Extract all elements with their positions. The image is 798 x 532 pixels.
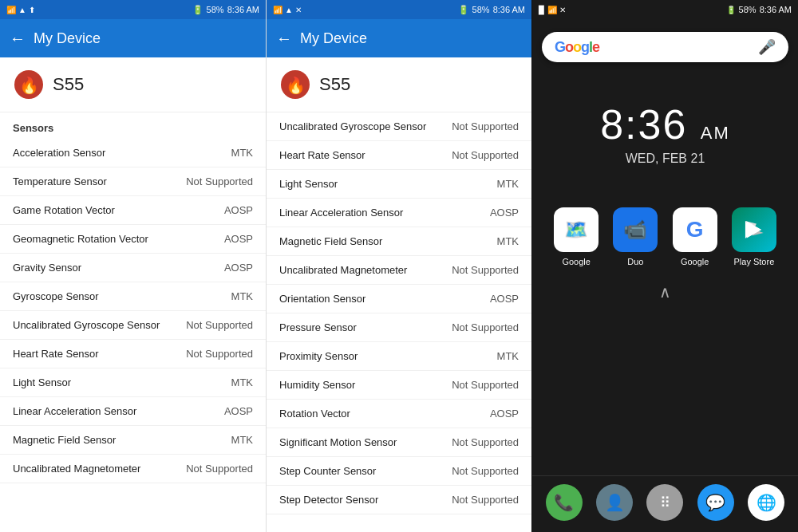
sensor-name: Heart Rate Sensor [13, 348, 169, 360]
table-row: Temperature Sensor Not Supported [0, 167, 266, 196]
phone-icon: 📞 [554, 493, 574, 512]
app-google[interactable]: 🗺️ Google [554, 207, 598, 266]
table-row: Step Detector Sensor Not Supported [267, 486, 531, 514]
table-row: Game Rotation Vector AOSP [0, 196, 266, 225]
right-status-icons: ▉ 📶 ✕ [539, 6, 566, 14]
device-header-left: 🔥 S55 [0, 57, 266, 112]
google-g-emoji: G [686, 217, 704, 242]
play-store-icon[interactable] [732, 207, 776, 252]
battery-icon: 🔋 [192, 5, 203, 15]
table-row: Humidity Sensor Not Supported [267, 371, 531, 400]
sensor-value: MTK [497, 178, 519, 190]
sensor-name: Proximity Sensor [279, 350, 435, 362]
back-button-middle[interactable]: ← [276, 30, 292, 48]
wifi-icon-r: 📶 [547, 6, 557, 14]
dock-chrome[interactable]: 🌐 [748, 484, 784, 521]
play-store-label: Play Store [734, 257, 775, 266]
svg-text:🔥: 🔥 [19, 76, 39, 95]
device-name-middle: S55 [319, 74, 350, 95]
apps-icon: ⠿ [660, 494, 670, 511]
battery-middle: 58% [472, 5, 490, 14]
clock-ampm: AM [701, 123, 730, 143]
sensor-name: Light Sensor [13, 376, 169, 388]
duo-app-icon[interactable]: 📹 [613, 207, 658, 252]
duo-app-emoji: 📹 [623, 219, 647, 241]
sensor-value: Not Supported [452, 149, 519, 161]
sensor-name: Significant Motion Sensor [279, 436, 435, 448]
data-icon-m: ✕ [295, 6, 302, 14]
microphone-icon[interactable]: 🎤 [758, 38, 776, 56]
sensor-name: Step Detector Sensor [279, 494, 435, 506]
time-middle: 8:36 AM [493, 5, 525, 14]
sensor-value: AOSP [224, 233, 253, 245]
app-duo[interactable]: 📹 Duo [613, 207, 658, 266]
messages-icon: 💬 [705, 493, 725, 512]
chrome-icon: 🌐 [757, 493, 776, 512]
table-row: Gravity Sensor AOSP [0, 254, 266, 282]
status-bar-right: 🔋 58% 8:36 AM [192, 5, 259, 15]
sensor-value: MTK [231, 434, 253, 446]
sensor-value: MTK [497, 350, 519, 362]
table-row: Orientation Sensor AOSP [267, 285, 531, 313]
svg-text:🔥: 🔥 [286, 76, 306, 95]
google-search-bar[interactable]: Google 🎤 [542, 32, 788, 62]
table-row: Uncalibrated Magnetometer Not Supported [0, 455, 266, 483]
google-logo: Google [555, 39, 599, 56]
sensor-value: MTK [231, 290, 253, 302]
sensor-value: AOSP [224, 204, 253, 216]
app-google-g[interactable]: G Google [673, 207, 717, 266]
sensor-value: Not Supported [186, 175, 253, 187]
swipe-indicator: ∧ [532, 276, 798, 308]
google-app-icon[interactable]: 🗺️ [554, 207, 598, 252]
table-row: Uncalibrated Magnetometer Not Supported [267, 256, 531, 285]
google-app-label: Google [562, 257, 590, 266]
sensor-name: Pressure Sensor [279, 321, 435, 333]
wifi-icon: ▲ [18, 6, 26, 14]
dock-apps[interactable]: ⠿ [646, 484, 683, 521]
table-row: Magnetic Field Sensor MTK [267, 227, 531, 256]
dock-contacts[interactable]: 👤 [596, 484, 633, 521]
sensor-name: Gravity Sensor [13, 262, 169, 274]
sensor-value: MTK [231, 147, 253, 159]
contacts-icon: 👤 [605, 493, 625, 512]
sensor-value: Not Supported [452, 465, 519, 477]
table-row: Light Sensor MTK [267, 170, 531, 199]
table-row: Significant Motion Sensor Not Supported [267, 428, 531, 457]
dock-phone[interactable]: 📞 [546, 484, 583, 521]
sensor-name: Rotation Vector [279, 408, 435, 420]
table-row: Light Sensor MTK [0, 368, 266, 397]
device-name-left: S55 [53, 74, 84, 95]
table-row: Heart Rate Sensor Not Supported [267, 141, 531, 170]
sensor-name: Uncalibrated Magnetometer [279, 264, 435, 276]
time-left: 8:36 AM [227, 5, 259, 14]
table-row: Acceleration Sensor MTK [0, 139, 266, 167]
google-app-emoji: 🗺️ [564, 219, 588, 241]
sensor-name: Heart Rate Sensor [279, 149, 435, 161]
battery-right: 58% [739, 5, 757, 14]
sensor-list-middle[interactable]: Uncalibrated Gyroscope Sensor Not Suppor… [267, 112, 531, 532]
sensor-value: Not Supported [452, 321, 519, 333]
sensor-value: MTK [497, 235, 519, 247]
sensor-value: AOSP [224, 262, 253, 274]
table-row: Magnetic Field Sensor MTK [0, 426, 266, 455]
app-play-store[interactable]: Play Store [732, 207, 776, 266]
device-logo-middle: 🔥 [279, 69, 311, 100]
sensor-name: Magnetic Field Sensor [13, 434, 169, 446]
left-sensor-rows: Acceleration Sensor MTK Temperature Sens… [0, 139, 266, 483]
status-bar-right-panel: ▉ 📶 ✕ 🔋 58% 8:36 AM [532, 0, 798, 19]
table-row: Linear Acceleration Sensor AOSP [0, 397, 266, 426]
back-button-left[interactable]: ← [10, 30, 26, 48]
sensor-name: Uncalibrated Gyroscope Sensor [279, 120, 435, 132]
google-g-icon[interactable]: G [673, 207, 717, 252]
table-row: Pressure Sensor Not Supported [267, 313, 531, 342]
device-logo-left: 🔥 [13, 69, 45, 100]
sensor-list-left[interactable]: Sensors Acceleration Sensor MTK Temperat… [0, 112, 266, 532]
clock-digits: 8:36 [600, 101, 687, 148]
dock-messages[interactable]: 💬 [697, 484, 734, 521]
middle-sensor-rows: Uncalibrated Gyroscope Sensor Not Suppor… [267, 112, 531, 514]
table-row: Proximity Sensor MTK [267, 342, 531, 371]
table-row: Uncalibrated Gyroscope Sensor Not Suppor… [0, 311, 266, 340]
right-panel: ▉ 📶 ✕ 🔋 58% 8:36 AM Google 🎤 8:36 AM WED… [531, 0, 798, 532]
status-bar-right-m: 🔋 58% 8:36 AM [458, 5, 525, 15]
left-panel: 📶 ▲ ⬆ 🔋 58% 8:36 AM ← My Device 🔥 S55 Se… [0, 0, 266, 532]
